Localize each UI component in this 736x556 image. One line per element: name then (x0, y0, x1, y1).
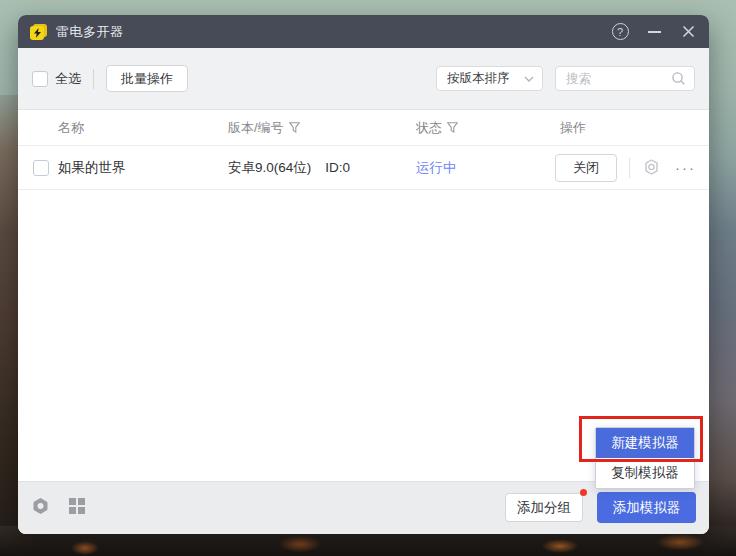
emulator-settings-gear-icon[interactable] (642, 158, 661, 177)
chevron-down-icon (524, 76, 534, 82)
toolbar-divider (93, 69, 94, 89)
sort-dropdown[interactable]: 按版本排序 (436, 66, 543, 91)
emulator-row[interactable]: 如果的世界 安卓9.0(64位)ID:0 运行中 关闭 ··· (18, 146, 709, 190)
status-running: 运行中 (416, 159, 457, 177)
emulator-name: 如果的世界 (58, 159, 126, 177)
filter-funnel-icon[interactable] (447, 122, 458, 133)
select-all-label: 全选 (55, 70, 81, 88)
help-icon: ? (612, 23, 629, 40)
ldplayer-multi-instance-window: 雷电多开器 ? 全选 批量操作 按版本排序 (18, 15, 709, 534)
add-emulator-button[interactable]: 添加模拟器 (597, 492, 696, 523)
column-header-version: 版本/编号 (228, 119, 300, 137)
row-checkbox[interactable] (33, 160, 49, 176)
grid-view-icon[interactable] (68, 497, 86, 519)
search-icon (671, 71, 686, 86)
close-icon (682, 25, 695, 38)
more-options-icon[interactable]: ··· (675, 163, 696, 173)
notification-dot (580, 489, 587, 496)
menu-item-new-emulator[interactable]: 新建模拟器 (596, 428, 694, 458)
menu-item-copy-emulator[interactable]: 复制模拟器 (596, 458, 694, 488)
search-box[interactable] (555, 66, 695, 91)
app-logo-icon (30, 24, 47, 40)
add-group-button[interactable]: 添加分组 (505, 493, 583, 522)
search-input[interactable] (566, 72, 671, 86)
table-header: 名称 版本/编号 状态 操作 (18, 110, 709, 146)
ops-divider (629, 158, 630, 178)
global-settings-gear-icon[interactable] (31, 497, 50, 520)
select-all-checkbox[interactable] (32, 71, 48, 87)
column-header-operations: 操作 (560, 119, 586, 137)
toolbar: 全选 批量操作 按版本排序 (18, 48, 709, 110)
add-emulator-menu: 新建模拟器 复制模拟器 (595, 427, 695, 489)
titlebar[interactable]: 雷电多开器 ? (18, 15, 709, 48)
emulator-version: 安卓9.0(64位)ID:0 (228, 159, 350, 177)
filter-funnel-icon[interactable] (289, 122, 300, 133)
close-button[interactable] (679, 23, 697, 41)
column-header-status: 状态 (416, 119, 458, 137)
emulator-id: ID:0 (325, 160, 350, 175)
sort-dropdown-value: 按版本排序 (447, 70, 510, 87)
minimize-button[interactable] (645, 23, 663, 41)
batch-operations-button[interactable]: 批量操作 (106, 65, 188, 92)
close-emulator-button[interactable]: 关闭 (555, 154, 617, 182)
minimize-icon (648, 31, 661, 33)
help-button[interactable]: ? (611, 23, 629, 41)
window-title: 雷电多开器 (56, 23, 124, 41)
column-header-name: 名称 (58, 119, 84, 137)
